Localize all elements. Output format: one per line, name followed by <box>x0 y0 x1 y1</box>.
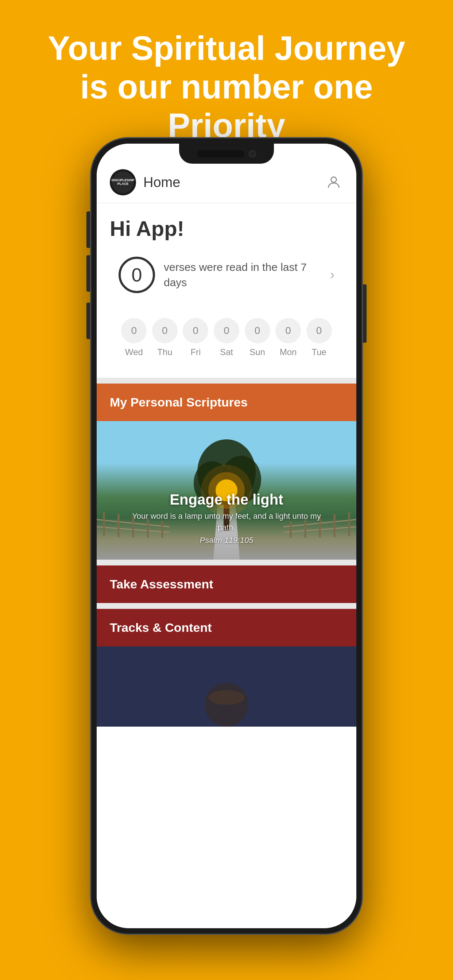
phone-mockup: DISCIPLESHIP PLACE Home Hi App! <box>91 138 362 948</box>
logo-inner: DISCIPLESHIP PLACE <box>112 171 134 193</box>
app-logo[interactable]: DISCIPLESHIP PLACE <box>110 169 136 196</box>
day-label-wed: Wed <box>125 347 143 357</box>
notch-pill <box>197 150 244 158</box>
notch-camera <box>249 150 256 158</box>
header-title: Home <box>144 175 324 190</box>
day-item-sat: 0 Sat <box>214 318 239 357</box>
day-circle-tue: 0 <box>306 318 332 344</box>
day-item-wed: 0 Wed <box>121 318 147 357</box>
section-divider-3 <box>97 603 356 609</box>
day-label-fri: Fri <box>190 347 201 357</box>
hero-title: Your Spiritual Journey is our number one… <box>0 0 453 145</box>
day-label-tue: Tue <box>311 347 326 357</box>
day-item-fri: 0 Fri <box>183 318 208 357</box>
day-label-mon: Mon <box>280 347 297 357</box>
assessment-header[interactable]: Take Assessment <box>97 565 356 603</box>
phone-screen: DISCIPLESHIP PLACE Home Hi App! <box>97 144 356 928</box>
take-assessment-section[interactable]: Take Assessment <box>97 565 356 603</box>
profile-icon[interactable] <box>324 173 343 192</box>
day-circle-sun: 0 <box>245 318 270 344</box>
greeting-section: Hi App! 0 verses were read in the last 7… <box>97 203 356 378</box>
day-circle-thu: 0 <box>152 318 178 344</box>
day-label-thu: Thu <box>157 347 172 357</box>
day-circle-sat: 0 <box>214 318 239 344</box>
day-tracker: 0 Wed 0 Thu 0 Fri 0 Sat <box>110 310 343 368</box>
verse-counter[interactable]: 0 verses were read in the last 7 days › <box>110 250 343 301</box>
tracks-content-section[interactable]: Tracks & Content <box>97 609 356 727</box>
svg-point-24 <box>208 690 245 705</box>
banner-verse: Your word is a lamp unto my feet, and a … <box>111 511 342 533</box>
day-circle-mon: 0 <box>275 318 301 344</box>
day-item-thu: 0 Thu <box>152 318 178 357</box>
phone-shell: DISCIPLESHIP PLACE Home Hi App! <box>91 138 362 933</box>
svg-point-0 <box>331 177 337 182</box>
scriptures-header[interactable]: My Personal Scriptures <box>97 383 356 421</box>
day-item-sun: 0 Sun <box>245 318 270 357</box>
verse-counter-text: verses were read in the last 7 days <box>164 259 324 290</box>
day-item-mon: 0 Mon <box>275 318 301 357</box>
section-divider-1 <box>97 378 356 383</box>
phone-notch <box>179 144 274 164</box>
scripture-banner[interactable]: Engage the light Your word is a lamp unt… <box>97 421 356 560</box>
tracks-banner-svg <box>97 646 356 727</box>
day-circle-fri: 0 <box>183 318 208 344</box>
tracks-banner <box>97 646 356 727</box>
day-item-tue: 0 Tue <box>306 318 332 357</box>
day-label-sun: Sun <box>249 347 265 357</box>
banner-title: Engage the light <box>111 492 342 508</box>
section-divider-2 <box>97 560 356 565</box>
my-personal-scriptures-section[interactable]: My Personal Scriptures <box>97 383 356 560</box>
day-label-sat: Sat <box>220 347 233 357</box>
tracks-header[interactable]: Tracks & Content <box>97 609 356 646</box>
logo-text: DISCIPLESHIP PLACE <box>112 179 134 186</box>
verse-count: 0 <box>118 257 155 293</box>
app-content: DISCIPLESHIP PLACE Home Hi App! <box>97 144 356 928</box>
greeting-name: Hi App! <box>110 216 343 240</box>
day-circle-wed: 0 <box>121 318 147 344</box>
banner-ref: Psalm 119:105 <box>111 536 342 545</box>
chevron-right-icon: › <box>330 267 335 283</box>
